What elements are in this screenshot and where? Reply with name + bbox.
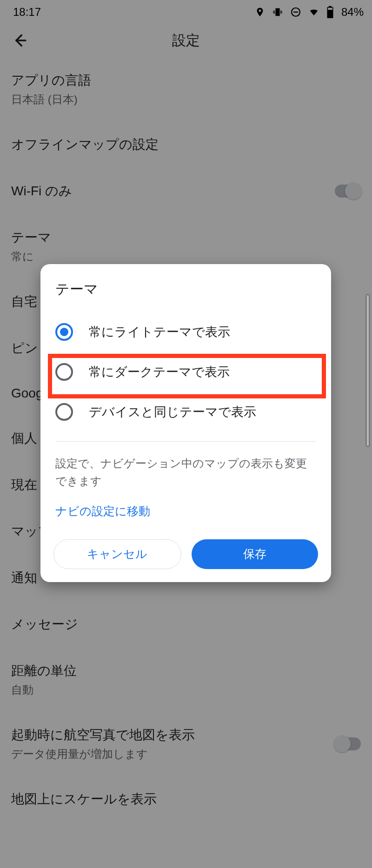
radio-icon	[55, 363, 73, 381]
radio-option-device[interactable]: デバイスと同じテーマで表示	[40, 392, 331, 432]
radio-option-dark[interactable]: 常にダークテーマで表示	[40, 352, 331, 392]
save-button[interactable]: 保存	[192, 539, 319, 569]
radio-icon	[55, 403, 73, 421]
radio-label: 常にダークテーマで表示	[89, 364, 230, 380]
radio-icon	[55, 323, 73, 341]
dialog-title: テーマ	[40, 264, 331, 312]
scroll-indicator[interactable]	[365, 294, 370, 447]
cancel-button[interactable]: キャンセル	[53, 539, 181, 569]
nav-settings-link[interactable]: ナビの設定に移動	[40, 490, 331, 519]
radio-label: デバイスと同じテーマで表示	[89, 404, 256, 420]
radio-option-light[interactable]: 常にライトテーマで表示	[40, 312, 331, 352]
radio-label: 常にライトテーマで表示	[89, 324, 230, 340]
theme-dialog: テーマ 常にライトテーマで表示 常にダークテーマで表示 デバイスと同じテーマで表…	[40, 264, 331, 582]
dialog-note: 設定で、ナビゲーション中のマップの表示も変更できます	[40, 442, 331, 490]
